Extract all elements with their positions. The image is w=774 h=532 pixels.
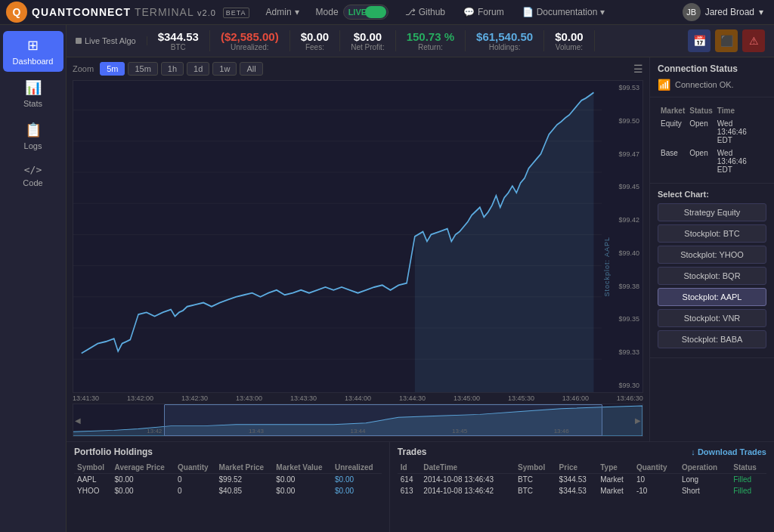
trades-title-bar: Trades ↓ Download Trades (398, 447, 766, 457)
y-label-2: $99.47 (618, 150, 639, 158)
zoom-1w[interactable]: 1w (212, 62, 237, 76)
portfolio-symbol-yhoo[interactable]: YHOO (74, 485, 112, 496)
portfolio-table: Symbol Average Price Quantity Market Pri… (74, 462, 382, 496)
trades-header-operation: Operation (679, 462, 730, 474)
github-label: Github (419, 7, 445, 17)
forum-link[interactable]: 💬 Forum (456, 0, 512, 25)
volume-value: $0.00 (555, 30, 584, 43)
sidebar-label-stats: Stats (23, 99, 42, 108)
forum-icon: 💬 (463, 7, 475, 17)
trade-operation-614: Long (679, 474, 730, 486)
netprofit-value: $0.00 (354, 30, 382, 43)
y-label-7: $99.35 (618, 315, 639, 323)
chart-btn-yhoo[interactable]: Stockplot: YHOO (658, 246, 766, 264)
mode-label: Mode (316, 7, 339, 17)
portfolio-panel: Portfolio Holdings Symbol Average Price … (67, 442, 390, 532)
github-link[interactable]: ⎇ Github (398, 0, 453, 25)
y-axis-labels: $99.53 $99.50 $99.47 $99.45 $99.42 $99.4… (618, 81, 639, 392)
download-trades-button[interactable]: ↓ Download Trades (691, 447, 766, 456)
scroll-right-arrow[interactable]: ▶ (635, 416, 641, 425)
trade-symbol-613[interactable]: BTC (515, 485, 556, 496)
connection-status-section: Connection Status 📶 Connection OK. (650, 57, 774, 97)
chart-btn-aapl[interactable]: Stockplot: AAPL (658, 288, 766, 306)
mini-chart[interactable]: 13:42 13:43 13:44 13:45 13:46 ◀ ▶ (73, 404, 643, 437)
docs-menu[interactable]: 📄 Documentation ▾ (515, 0, 613, 25)
right-panel: Connection Status 📶 Connection OK. Marke… (649, 57, 774, 441)
portfolio-mktprice-yhoo: $40.85 (216, 485, 274, 496)
chart-btn-baba[interactable]: Stockplot: BABA (658, 330, 766, 348)
netprofit-label: Net Profit: (351, 43, 384, 51)
mini-x-labels: 13:42 13:43 13:44 13:45 13:46 (73, 428, 642, 435)
x-label-6: 13:44:30 (399, 394, 426, 402)
alert-button[interactable]: ⚠ (742, 29, 765, 52)
market-header-status: Status (688, 105, 714, 116)
chart-menu-button[interactable]: ☰ (633, 63, 643, 75)
y-label-5: $99.40 (618, 249, 639, 257)
trade-qty-614: 10 (633, 474, 679, 486)
chart-btn-strategy-equity[interactable]: Strategy Equity (658, 203, 766, 221)
code-icon: </> (24, 164, 42, 175)
trade-symbol-614[interactable]: BTC (515, 474, 556, 486)
admin-menu[interactable]: Admin ▾ (259, 0, 307, 25)
live-mode-toggle[interactable]: LIVE (343, 5, 389, 20)
market-header-time: Time (716, 105, 765, 116)
trade-datetime-613: 2014-10-08 13:46:42 (420, 485, 515, 496)
live-text: LIVE (348, 8, 367, 17)
y-label-3: $99.45 (618, 183, 639, 190)
zoom-15m[interactable]: 15m (128, 62, 157, 76)
portfolio-header-mktval: Market Value (273, 462, 332, 474)
mini-x-3: 13:45 (452, 428, 467, 435)
zoom-1d[interactable]: 1d (187, 62, 209, 76)
trades-header-symbol: Symbol (515, 462, 556, 474)
portfolio-unrealized-aapl: $0.00 (332, 474, 382, 486)
admin-arrow: ▾ (295, 7, 299, 17)
btc-stat: $344.53 BTC (147, 30, 210, 51)
trade-qty-613: -10 (633, 485, 679, 496)
portfolio-avgprice-yhoo: $0.00 (112, 485, 175, 496)
portfolio-unrealized-yhoo: $0.00 (332, 485, 382, 496)
unrealized-label: Unrealized: (231, 43, 269, 51)
docs-arrow: ▾ (600, 7, 605, 17)
portfolio-symbol-aapl[interactable]: AAPL (74, 474, 112, 486)
chart-btn-bqr[interactable]: Stockplot: BQR (658, 267, 766, 285)
market-table: Market Status Time Equity Open Wed13:46:… (658, 104, 766, 177)
sidebar-item-stats[interactable]: 📊 Stats (3, 73, 63, 114)
sidebar-item-dashboard[interactable]: ⊞ Dashboard (3, 31, 63, 72)
logs-icon: 📋 (25, 122, 42, 138)
x-label-5: 13:44:00 (345, 394, 371, 402)
zoom-all[interactable]: All (240, 62, 262, 76)
trade-status-614: Filled (730, 474, 766, 486)
trades-header-type: Type (597, 462, 633, 474)
beta-badge: BETA (223, 8, 249, 18)
market-base-status: Open (688, 147, 714, 175)
trades-header-price: Price (556, 462, 598, 474)
trade-price-614: $344.53 (556, 474, 598, 486)
portfolio-row-yhoo: YHOO $0.00 0 $40.85 $0.00 $0.00 (74, 485, 382, 496)
notification-button[interactable]: ⬛ (715, 29, 738, 52)
volume-stat: $0.00 Volume: (544, 30, 595, 51)
zoom-1h[interactable]: 1h (161, 62, 184, 76)
docs-label: Documentation (537, 7, 598, 17)
zoom-5m[interactable]: 5m (100, 62, 125, 76)
y-axis-title: Stockplot: AAPL (603, 237, 611, 297)
chart-btn-btc[interactable]: Stockplot: BTC (658, 224, 766, 243)
connection-status: 📶 Connection OK. (658, 79, 766, 91)
calendar-button[interactable]: 📅 (688, 29, 711, 52)
portfolio-qty-yhoo: 0 (175, 485, 216, 496)
trade-operation-613: Short (679, 485, 730, 496)
sidebar-item-logs[interactable]: 📋 Logs (3, 116, 63, 156)
user-menu[interactable]: JB Jared Broad ▾ (678, 3, 768, 21)
holdings-stat: $61,540.50 Holdings: (466, 30, 544, 51)
scroll-left-arrow[interactable]: ◀ (75, 416, 81, 425)
main-chart: $99.53 $99.50 $99.47 $99.45 $99.42 $99.4… (73, 80, 643, 393)
user-avatar: JB (683, 3, 701, 21)
sidebar: ⊞ Dashboard 📊 Stats 📋 Logs </> Code (0, 25, 67, 532)
chart-btn-vnr[interactable]: Stockplot: VNR (658, 309, 766, 327)
x-axis-labels: 13:41:30 13:42:00 13:42:30 13:43:00 13:4… (73, 393, 643, 402)
trade-price-613: $344.53 (556, 485, 598, 496)
logo-text: QUANTCONNECT TERMINAL v2.0 BETA (32, 6, 249, 18)
mini-x-1: 13:43 (249, 428, 264, 435)
market-equity-time: Wed13:46:46 EDT (716, 118, 765, 146)
sidebar-item-code[interactable]: </> Code (3, 158, 63, 193)
algo-status-dot (76, 38, 82, 44)
